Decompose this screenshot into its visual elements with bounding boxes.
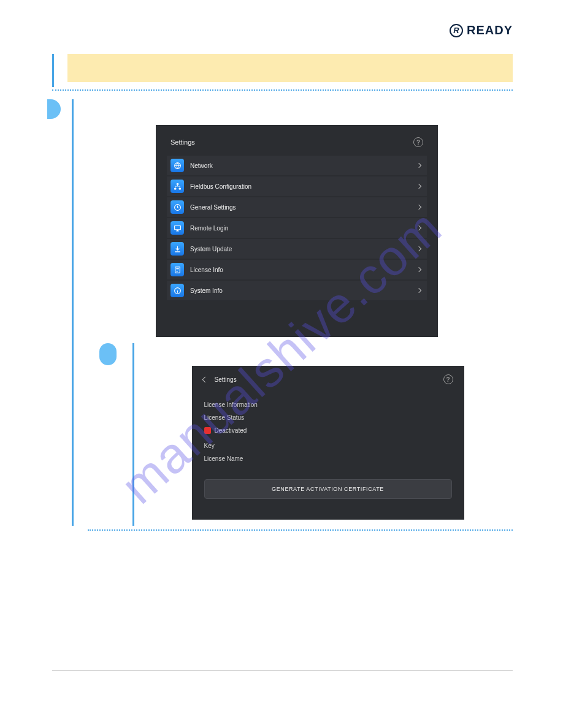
download-icon (170, 242, 184, 256)
chevron-right-icon (416, 184, 421, 189)
license-name-label: License Name (204, 455, 452, 462)
section-tab-pill (47, 99, 61, 119)
step-text: Select License Info to open the License … (143, 343, 513, 366)
svg-rect-2 (174, 188, 176, 189)
chevron-right-icon (416, 226, 421, 230)
chevron-right-icon (416, 205, 421, 210)
svg-rect-1 (176, 183, 178, 185)
info-icon (170, 284, 184, 297)
status-indicator-icon (204, 427, 211, 434)
menu-item-update[interactable]: System Update (167, 239, 427, 259)
back-label[interactable]: Settings (215, 376, 237, 383)
back-icon[interactable] (202, 376, 208, 382)
license-information-heading: License Information (204, 401, 452, 408)
license-key-label: Key (204, 442, 452, 449)
brand-logo: R READY (450, 23, 513, 37)
help-icon[interactable]: ? (443, 374, 453, 384)
settings-title: Settings (170, 138, 195, 146)
license-detail-panel: Settings ? License Information License S… (192, 366, 464, 520)
license-status-row: Deactivated (204, 427, 452, 434)
chevron-right-icon (416, 267, 421, 272)
menu-item-network[interactable]: Network (167, 156, 427, 175)
brand-name: READY (467, 23, 513, 37)
intro-bar (52, 54, 513, 87)
divider (52, 89, 513, 91)
menu-item-fieldbus[interactable]: Fieldbus Configuration (167, 176, 427, 196)
monitor-icon (170, 221, 184, 235)
menu-item-license[interactable]: License Info (167, 260, 427, 279)
menu-label: License Info (190, 267, 411, 273)
svg-rect-5 (174, 226, 180, 230)
note-box (67, 54, 513, 82)
help-icon[interactable]: ? (413, 137, 423, 147)
step-tab-pill (99, 343, 117, 365)
generate-certificate-button[interactable]: GENERATE ACTIVATION CERTIFICATE (204, 479, 452, 499)
menu-label: Remote Login (190, 225, 411, 232)
document-icon (170, 263, 184, 276)
section-heading: LICENSE INFORMATION (81, 99, 513, 125)
menu-label: System Info (190, 287, 411, 294)
svg-rect-3 (178, 188, 180, 189)
chevron-right-icon (416, 163, 421, 168)
chevron-right-icon (416, 288, 421, 293)
chevron-right-icon (416, 246, 421, 251)
menu-label: Network (190, 162, 411, 169)
footer-divider (52, 670, 513, 671)
menu-label: General Settings (190, 204, 411, 211)
globe-icon (170, 159, 184, 172)
license-status-label: License Status (204, 414, 452, 421)
menu-item-system[interactable]: System Info (167, 281, 427, 300)
nodes-icon (170, 180, 184, 193)
menu-item-remote[interactable]: Remote Login (167, 218, 427, 238)
menu-label: Fieldbus Configuration (190, 183, 411, 190)
license-status-value: Deactivated (215, 427, 247, 434)
settings-panel: Settings ? Network (156, 125, 438, 337)
menu-label: System Update (190, 246, 411, 252)
clock-icon (170, 200, 184, 214)
divider (88, 529, 513, 531)
menu-item-general[interactable]: General Settings (167, 197, 427, 217)
brand-mark-icon: R (450, 24, 463, 37)
settings-menu: Network Fieldbus Configuration (167, 156, 427, 300)
